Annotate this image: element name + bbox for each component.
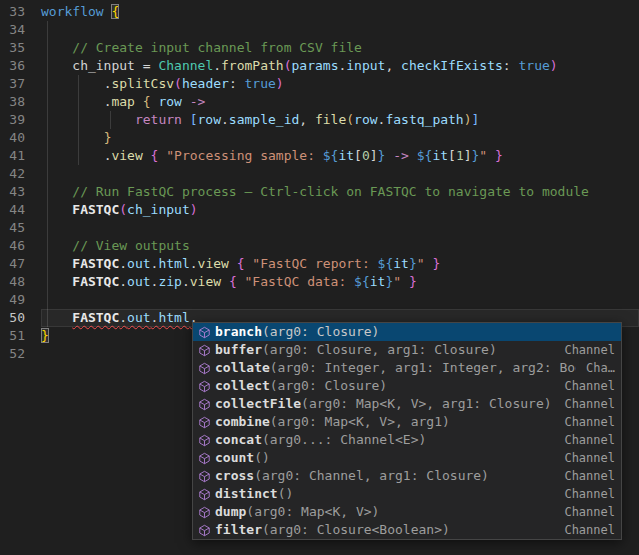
code-token: params <box>292 58 339 73</box>
code-token <box>182 94 190 109</box>
code-token: "FastQC data: <box>245 274 355 289</box>
code-token <box>41 58 72 73</box>
code-line-43[interactable]: 43 // Run FastQC process – Ctrl-click on… <box>0 183 639 201</box>
code-line-44[interactable]: 44 FASTQC(ch_input) <box>0 201 639 219</box>
code-token: checkIfExists <box>401 58 503 73</box>
code-token: // View outputs <box>72 238 189 253</box>
symbol-method-icon <box>198 506 211 519</box>
code-token: : <box>229 76 245 91</box>
code-token: out <box>127 256 150 271</box>
symbol-method-icon <box>198 470 211 483</box>
code-line-35[interactable]: 35 // Create input channel from CSV file <box>0 39 639 57</box>
symbol-method-icon <box>196 432 212 448</box>
code-token: true <box>245 76 276 91</box>
code-token: . <box>190 256 198 271</box>
suggestion-signature: (arg0: Map<K, V>, arg1: Closure) <box>301 395 551 413</box>
code-token: { <box>111 4 119 19</box>
suggestion-label: buffer <box>215 341 262 359</box>
code-line-content: // Create input channel from CSV file <box>41 39 639 57</box>
suggestion-label: filter <box>215 521 262 539</box>
code-token <box>401 274 409 289</box>
code-token: ${ <box>378 256 394 271</box>
code-token: ) <box>276 76 284 91</box>
suggestion-label: collect <box>215 377 270 395</box>
code-line-34[interactable]: 34 <box>0 21 639 39</box>
code-line-42[interactable]: 42 <box>0 165 639 183</box>
code-line-48[interactable]: 48 FASTQC.out.zip.view { "FastQC data: $… <box>0 273 639 291</box>
suggestion-item-branch[interactable]: branch(arg0: Closure) <box>193 323 621 341</box>
code-token <box>41 112 135 127</box>
code-token: Channel <box>158 58 213 73</box>
code-line-45[interactable]: 45 <box>0 219 639 237</box>
line-number: 44 <box>0 201 41 219</box>
code-token: ${ <box>323 148 339 163</box>
suggestion-item-filter[interactable]: filter(arg0: Closure<Boolean>)Channel <box>193 521 621 539</box>
code-token <box>143 148 151 163</box>
code-line-33[interactable]: 33workflow { <box>0 3 639 21</box>
code-token: " <box>393 274 401 289</box>
code-token: ( <box>174 76 182 91</box>
code-token: fastq_path <box>385 112 463 127</box>
suggestion-return-type: Channel <box>554 341 615 359</box>
code-token: . <box>119 274 127 289</box>
suggestion-item-collate[interactable]: collate(arg0: Integer, arg1: Integer, ar… <box>193 359 621 377</box>
suggestion-item-buffer[interactable]: buffer(arg0: Closure, arg1: Closure)Chan… <box>193 341 621 359</box>
suggestion-item-distinct[interactable]: distinct()Channel <box>193 485 621 503</box>
suggestion-item-dump[interactable]: dump(arg0: Map<K, V>)Channel <box>193 503 621 521</box>
code-token <box>41 274 72 289</box>
code-token: header <box>182 76 229 91</box>
suggestion-return-type: Channel <box>554 377 615 395</box>
code-token: { <box>237 256 245 271</box>
symbol-method-icon <box>196 504 212 520</box>
line-number: 46 <box>0 237 41 255</box>
code-line-40[interactable]: 40 } <box>0 129 639 147</box>
code-token: row <box>198 112 221 127</box>
symbol-method-icon <box>196 378 212 394</box>
suggestion-label: distinct <box>215 485 278 503</box>
suggestion-item-collectFile[interactable]: collectFile(arg0: Map<K, V>, arg1: Closu… <box>193 395 621 413</box>
line-number: 36 <box>0 57 41 75</box>
code-token: ) <box>190 202 198 217</box>
code-line-content: FASTQC.out.html.view { "FastQC report: $… <box>41 255 639 273</box>
code-line-41[interactable]: 41 .view { "Processing sample: ${it[0]} … <box>0 147 639 165</box>
code-line-38[interactable]: 38 .map { row -> <box>0 93 639 111</box>
code-token: ( <box>284 58 292 73</box>
code-token: true <box>519 58 550 73</box>
code-token: it <box>393 256 409 271</box>
suggestion-label: collate <box>215 359 270 377</box>
code-token: file <box>315 112 346 127</box>
code-line-46[interactable]: 46 // View outputs <box>0 237 639 255</box>
code-token: -> <box>393 148 409 163</box>
suggestion-item-combine[interactable]: combine(arg0: Map<K, V>, arg1)Channel <box>193 413 621 431</box>
code-token <box>41 130 104 145</box>
code-line-content: workflow { <box>41 3 639 21</box>
code-token: ] <box>464 148 472 163</box>
suggestion-item-collect[interactable]: collect(arg0: Closure)Channel <box>193 377 621 395</box>
suggestion-item-count[interactable]: count()Channel <box>193 449 621 467</box>
code-token: } <box>495 148 503 163</box>
line-number: 34 <box>0 21 41 39</box>
code-lines-container: 33workflow {3435 // Create input channel… <box>0 3 639 363</box>
code-token: . <box>221 112 229 127</box>
code-token: } <box>409 256 417 271</box>
code-line-49[interactable]: 49 <box>0 291 639 309</box>
code-token <box>135 94 143 109</box>
autocomplete-suggest-widget[interactable]: branch(arg0: Closure)buffer(arg0: Closur… <box>192 322 622 540</box>
code-token <box>41 76 104 91</box>
code-token: ${ <box>354 274 370 289</box>
suggestion-return-type: Channel <box>554 521 615 539</box>
suggestion-item-concat[interactable]: concat(arg0...: Channel<E>)Channel <box>193 431 621 449</box>
code-line-39[interactable]: 39 return [row.sample_id, file(row.fastq… <box>0 111 639 129</box>
suggestion-return-type: Channel <box>554 395 615 413</box>
suggestion-label: collectFile <box>215 395 301 413</box>
code-line-content <box>41 165 639 183</box>
code-line-36[interactable]: 36 ch_input = Channel.fromPath(params.in… <box>0 57 639 75</box>
suggestion-signature: (arg0: Channel, arg1: Closure) <box>254 467 489 485</box>
code-token: FASTQC <box>72 274 119 289</box>
suggestion-signature: (arg0: Closure) <box>270 377 387 395</box>
suggestion-label: concat <box>215 431 262 449</box>
code-line-47[interactable]: 47 FASTQC.out.html.view { "FastQC report… <box>0 255 639 273</box>
suggestion-signature: (arg0: Integer, arg1: Integer, arg2: Boo… <box>270 359 576 377</box>
suggestion-item-cross[interactable]: cross(arg0: Channel, arg1: Closure)Chann… <box>193 467 621 485</box>
code-line-37[interactable]: 37 .splitCsv(header: true) <box>0 75 639 93</box>
